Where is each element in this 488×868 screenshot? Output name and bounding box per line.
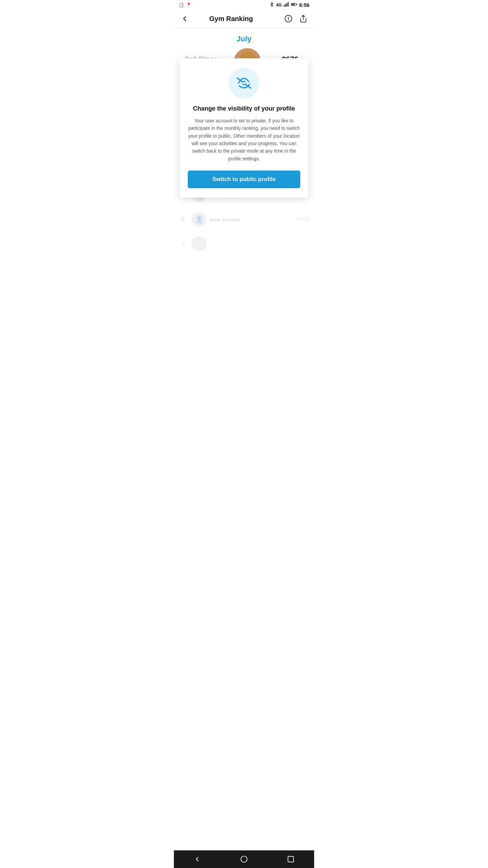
modal-overlay: Change the visibility of your profile Yo… [174, 0, 314, 256]
visibility-modal: Change the visibility of your profile Yo… [180, 58, 308, 198]
modal-body: Your user account is set to private. If … [188, 117, 300, 162]
switch-to-public-button[interactable]: Switch to public profile [188, 171, 300, 188]
hidden-eye-icon [236, 77, 252, 90]
modal-icon-container [229, 68, 259, 98]
modal-title: Change the visibility of your profile [188, 105, 300, 112]
